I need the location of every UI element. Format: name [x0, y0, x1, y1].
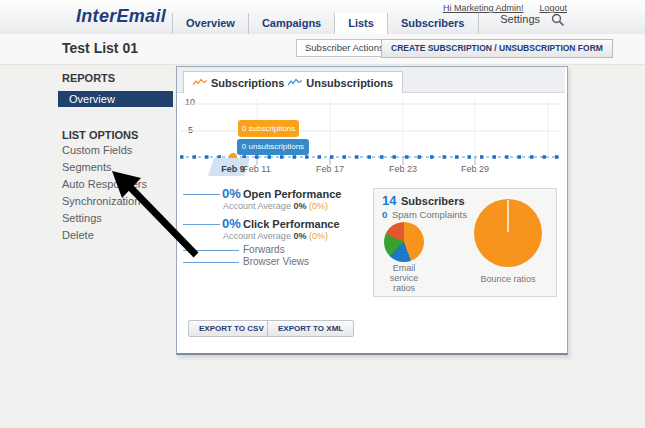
email-service-pie-label: Email service ratios	[374, 263, 434, 293]
click-account-average: Account Average 0% (0%)	[223, 231, 328, 241]
email-service-pie-label-1: Email	[374, 263, 434, 273]
sidebar-item-overview[interactable]: Overview	[58, 91, 173, 107]
open-avg-value: 0%	[293, 201, 306, 211]
open-perf-label: Open Performance	[243, 188, 341, 200]
email-service-pie-label-3: ratios	[374, 283, 434, 293]
click-avg-paren: (0%)	[309, 231, 328, 241]
unsubscriptions-line-icon	[288, 78, 302, 87]
spam-count-label: Spam Complaints	[392, 209, 467, 220]
open-perf-sparkline	[183, 194, 220, 195]
chart-tab[interactable]: Subscriptions Unsubscriptions	[183, 71, 403, 93]
email-service-pie-chart	[384, 222, 424, 262]
spam-count: 0	[382, 209, 387, 220]
browser-views-label: Browser Views	[243, 256, 309, 267]
sidebar-item-delete[interactable]: Delete	[62, 229, 94, 244]
nav-tab-lists[interactable]: Lists	[334, 13, 387, 34]
sidebar-heading-list-options: LIST OPTIONS	[62, 129, 138, 141]
app-logo: InterEmail	[76, 6, 166, 27]
app-root: InterEmail Overview Campaigns Lists Subs…	[0, 0, 645, 428]
page-title: Test List 01	[62, 40, 138, 56]
sidebar-item-custom-fields[interactable]: Custom Fields	[62, 144, 132, 159]
sidebar-item-settings[interactable]: Settings	[62, 212, 102, 227]
subscribers-count-label: Subscribers	[401, 195, 465, 207]
export-xml-button[interactable]: EXPORT TO XML	[267, 320, 354, 337]
click-perf-sparkline	[183, 224, 220, 225]
sidebar-item-synchronization[interactable]: Synchronization	[62, 195, 140, 210]
settings-link[interactable]: Settings	[500, 13, 540, 25]
bounce-ratios-pie-chart	[474, 199, 542, 267]
report-panel: Subscriptions Unsubscriptions 10 5	[176, 66, 568, 355]
open-avg-prefix: Account Average	[223, 201, 291, 211]
search-icon[interactable]	[551, 13, 565, 27]
bounce-ratios-pie-label: Bounce ratios	[444, 274, 572, 284]
click-perf-label: Click Performance	[243, 218, 340, 230]
click-avg-prefix: Account Average	[223, 231, 291, 241]
tab-subscriptions-label: Subscriptions	[211, 77, 284, 89]
greeting-link[interactable]: Hi Marketing Admin!	[443, 3, 524, 13]
subscribers-count: 14	[382, 193, 396, 208]
sidebar-item-auto-responders[interactable]: Auto Responders	[62, 178, 147, 193]
nav-tab-overview[interactable]: Overview	[172, 13, 248, 34]
sidebar-heading-reports: REPORTS	[62, 72, 115, 84]
email-service-pie-label-2: service	[374, 273, 434, 283]
nav-tab-campaigns[interactable]: Campaigns	[248, 13, 334, 34]
forwards-sparkline	[183, 250, 239, 251]
x-label-feb23: Feb 23	[383, 164, 423, 174]
create-form-button[interactable]: CREATE SUBSCRIPTION / UNSUBSCRIPTION FOR…	[381, 39, 613, 58]
main-nav-tabs: Overview Campaigns Lists Subscribers	[172, 13, 479, 34]
logout-link[interactable]: Logout	[539, 3, 567, 13]
open-account-average: Account Average 0% (0%)	[223, 201, 328, 211]
x-label-feb11: Feb 11	[237, 164, 277, 174]
open-perf-value: 0%	[222, 186, 241, 201]
nav-tab-subscribers[interactable]: Subscribers	[387, 13, 479, 34]
browser-views-sparkline	[183, 262, 239, 263]
tab-unsubscriptions-label: Unsubscriptions	[306, 77, 393, 89]
click-perf-value: 0%	[222, 216, 241, 231]
subheader-bar: Test List 01 Subscriber Actions ▾ CREATE…	[0, 34, 645, 65]
x-label-feb29: Feb 29	[455, 164, 495, 174]
sidebar-item-segments[interactable]: Segments	[62, 161, 112, 176]
subscriptions-line-icon	[193, 78, 207, 87]
tooltip-unsubscriptions: 0 unsubscriptions	[237, 139, 309, 155]
subscriber-actions-label: Subscriber Actions	[305, 42, 384, 53]
pie-divider-line	[507, 200, 509, 232]
tooltip-subscriptions: 0 subscriptions	[238, 120, 299, 137]
forwards-label: Forwards	[243, 244, 285, 255]
click-avg-value: 0%	[293, 231, 306, 241]
open-avg-paren: (0%)	[309, 201, 328, 211]
top-header: InterEmail Overview Campaigns Lists Subs…	[0, 0, 645, 35]
subscribers-summary-box: 14 Subscribers 0 Spam Complaints Email s…	[373, 188, 557, 297]
export-csv-button[interactable]: EXPORT TO CSV	[188, 320, 275, 337]
user-links: Hi Marketing Admin! Logout	[443, 3, 567, 13]
x-label-feb17: Feb 17	[310, 164, 350, 174]
